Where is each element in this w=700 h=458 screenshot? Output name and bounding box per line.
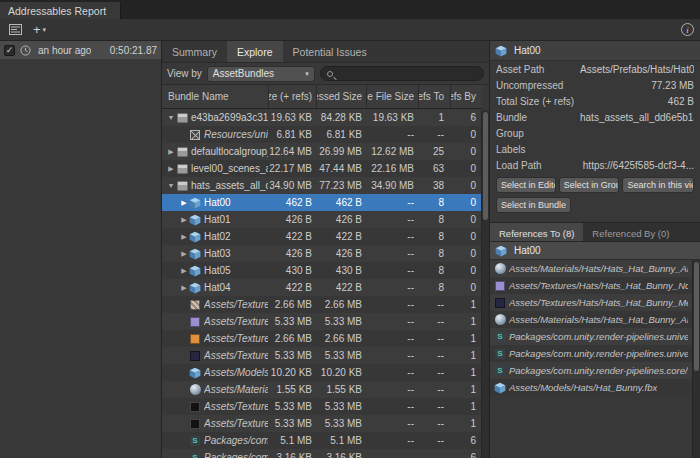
table-row[interactable]: Assets/Materials/1.55 KB1.55 KB----1 xyxy=(162,381,482,398)
select-in-editor-button[interactable]: Select in Editor xyxy=(496,177,556,193)
reference-item[interactable]: SPackages/com.unity.render-pipelines.cor… xyxy=(490,362,692,379)
tab-references-to-8-[interactable]: References To (8) xyxy=(490,223,583,241)
texture-icon xyxy=(495,298,505,308)
tab-summary[interactable]: Summary xyxy=(162,41,227,62)
reference-item[interactable]: SPackages/com.unity.render-pipelines.uni… xyxy=(490,328,692,345)
column-header[interactable]: ndle File Size xyxy=(366,85,418,108)
table-row[interactable]: Assets/Textures/H5.33 MB5.33 MB----1 xyxy=(162,347,482,364)
table-row[interactable]: Assets/Models/H10.20 KB10.20 KB----1 xyxy=(162,364,482,381)
toggle-report-list-button[interactable] xyxy=(6,23,25,36)
tab-explore[interactable]: Explore xyxy=(227,41,283,62)
table-row[interactable]: ▶Hat01426 B426 B--80 xyxy=(162,211,482,228)
info-icon[interactable]: i xyxy=(681,23,694,36)
report-checkbox[interactable]: ✓ xyxy=(4,45,15,56)
references-list-wrap: Assets/Materials/Hats/Hats_Hat_Bunny_Alb… xyxy=(490,260,700,458)
cell-bundle-file-size: -- xyxy=(366,330,418,347)
reference-item[interactable]: Assets/Textures/Hats/Hats_Hat_Bunny_Meta… xyxy=(490,294,692,311)
column-header[interactable]: Refs By xyxy=(450,85,482,108)
detail-field: Load Pathhttps://6425f585-dcf3-4... xyxy=(490,157,700,173)
add-report-button[interactable]: + ▾ xyxy=(30,24,49,36)
references-title: Hat00 xyxy=(514,245,541,256)
table-row[interactable]: Assets/Textures/H2.66 MB2.66 MB----1 xyxy=(162,296,482,313)
cell-uncompressed-size: 1.55 KB xyxy=(316,381,366,398)
row-label: e43ba2699a3c3143 xyxy=(191,112,268,123)
tab-referenced-by-0-[interactable]: Referenced By (0) xyxy=(583,223,678,241)
expander-icon[interactable]: ▼ xyxy=(166,182,176,189)
cell-refs-by: 0 xyxy=(450,228,482,245)
tab-potential-issues[interactable]: Potential Issues xyxy=(283,41,377,62)
search-in-this-view-button[interactable]: Search in this view xyxy=(622,177,694,193)
view-by-dropdown[interactable]: AssetBundles ▾ xyxy=(207,66,315,82)
cell-uncompressed-size: 3.16 KB xyxy=(316,449,366,458)
column-header[interactable]: Refs To xyxy=(418,85,450,108)
select-in-bundle-button[interactable]: Select in Bundle xyxy=(496,197,571,213)
table-row[interactable]: ▶Hat05430 B430 B--80 xyxy=(162,262,482,279)
prefab-cube-icon xyxy=(189,214,201,226)
table-row[interactable]: Assets/Textures/H5.33 MB5.33 MB----1 xyxy=(162,398,482,415)
details-header: Hat00 xyxy=(490,41,700,61)
report-list-icon xyxy=(9,24,22,35)
table-row[interactable]: ▶level00_scenes_all_122.17 MB47.44 MB22.… xyxy=(162,160,482,177)
table-row[interactable]: Assets/Textures/H5.33 MB5.33 MB----1 xyxy=(162,313,482,330)
cell-uncompressed-size: 2.66 MB xyxy=(316,296,366,313)
reference-item[interactable]: SPackages/com.unity.render-pipelines.uni… xyxy=(490,345,692,362)
reference-item[interactable]: Assets/Materials/Hats/Hats_Hat_Bunny_Alb… xyxy=(490,311,692,328)
table-row[interactable]: Assets/Textures/H2.66 MB2.66 MB----1 xyxy=(162,330,482,347)
cell-refs-to: -- xyxy=(418,432,450,449)
detail-field: Group xyxy=(490,125,700,141)
table-row[interactable]: SPackages/com.un3.16 KB3.16 KB----6 xyxy=(162,449,482,458)
expander-icon[interactable]: ▶ xyxy=(179,199,189,207)
detail-field: Bundlehats_assets_all_dd6e5b1a... xyxy=(490,109,700,125)
scrollbar-thumb[interactable] xyxy=(694,262,699,371)
table-row[interactable]: SPackages/com.un5.1 MB5.1 MB----6 xyxy=(162,432,482,449)
table-row[interactable]: ▶Hat02422 B422 B--80 xyxy=(162,228,482,245)
expander-icon[interactable]: ▼ xyxy=(166,114,176,121)
column-header[interactable]: pressed Size xyxy=(316,85,366,108)
cell-bundle-file-size: -- xyxy=(366,194,418,211)
table-row[interactable]: ▶Hat03426 B426 B--80 xyxy=(162,245,482,262)
references-list: Assets/Materials/Hats/Hats_Hat_Bunny_Alb… xyxy=(490,260,692,458)
table-row[interactable]: ▼hats_assets_all_dd634.90 MB77.23 MB34.9… xyxy=(162,177,482,194)
cell-size: 6.81 KB xyxy=(268,126,316,143)
cell-refs-to: -- xyxy=(418,347,450,364)
references-scrollbar[interactable] xyxy=(692,260,700,458)
reference-label: Assets/Textures/Hats/Hats_Hat_Bunny_Meta… xyxy=(509,297,688,308)
reference-item[interactable]: Assets/Materials/Hats/Hats_Hat_Bunny_Alb… xyxy=(490,260,692,277)
window-tab-addressables-report[interactable]: Addressables Report xyxy=(0,2,121,19)
cell-bundle-file-size: 19.63 KB xyxy=(366,109,418,126)
scrollbar-thumb[interactable] xyxy=(483,112,488,220)
table-row[interactable]: Resources/unity_6.81 KB6.81 KB----0 xyxy=(162,126,482,143)
select-in-group-button[interactable]: Select in Group xyxy=(559,177,620,193)
reference-item[interactable]: Assets/Models/Hats/Hat_Bunny.fbx xyxy=(490,379,692,396)
search-input[interactable] xyxy=(320,66,484,81)
row-label: hats_assets_all_dd6 xyxy=(191,180,268,191)
table-row[interactable]: ▶Hat00462 B462 B--80 xyxy=(162,194,482,211)
material-sphere-icon xyxy=(495,263,506,274)
texture-icon xyxy=(190,300,200,310)
expander-icon[interactable]: ▶ xyxy=(166,148,176,156)
reference-item[interactable]: Assets/Textures/Hats/Hats_Hat_Bunny_Norm… xyxy=(490,277,692,294)
cell-size: 426 B xyxy=(268,211,316,228)
table-row[interactable]: Assets/Textures/H5.33 MB5.33 MB----1 xyxy=(162,415,482,432)
table-scrollbar[interactable] xyxy=(481,110,489,458)
table-row[interactable]: ▶defaultlocalgroup_s12.64 MB26.99 MB12.6… xyxy=(162,143,482,160)
cell-bundle-file-size: -- xyxy=(366,211,418,228)
expander-icon[interactable]: ▶ xyxy=(179,284,189,292)
expander-icon[interactable]: ▶ xyxy=(179,267,189,275)
cell-refs-by: 0 xyxy=(450,143,482,160)
expander-icon[interactable]: ▶ xyxy=(166,165,176,173)
column-header[interactable]: Bundle Name xyxy=(162,85,268,108)
table-row[interactable]: ▶Hat04422 B422 B--80 xyxy=(162,279,482,296)
cell-bundle-file-size: -- xyxy=(366,228,418,245)
cell-refs-to: -- xyxy=(418,296,450,313)
detail-field-label: Uncompressed xyxy=(496,80,580,91)
detail-field-label: Asset Path xyxy=(496,64,580,75)
table-row[interactable]: ▼e43ba2699a3c314319.63 KB84.28 KB19.63 K… xyxy=(162,109,482,126)
expander-icon[interactable]: ▶ xyxy=(179,216,189,224)
report-list-item[interactable]: ✓ an hour ago 0:50:21.87 xyxy=(0,41,161,59)
row-label: Hat03 xyxy=(204,248,231,259)
expander-icon[interactable]: ▶ xyxy=(179,250,189,258)
column-header[interactable]: Size (+ refs) xyxy=(268,85,316,108)
expander-icon[interactable]: ▶ xyxy=(179,233,189,241)
detail-fields: Asset PathAssets/Prefabs/Hats/Hat0...Unc… xyxy=(490,61,700,173)
